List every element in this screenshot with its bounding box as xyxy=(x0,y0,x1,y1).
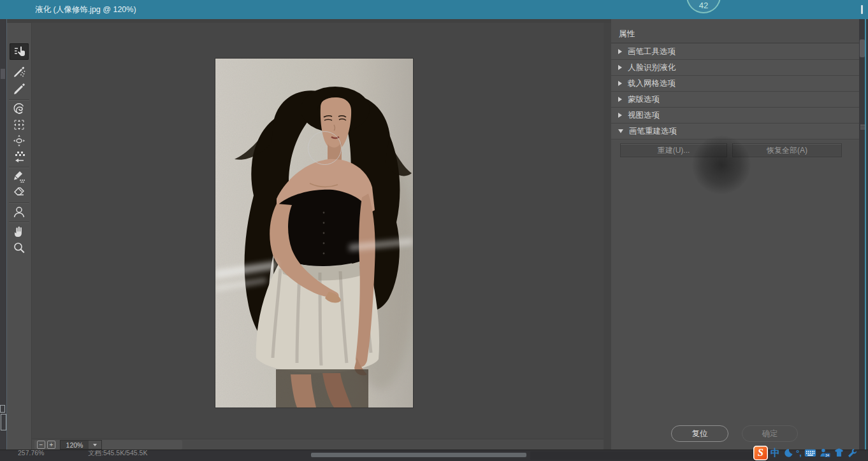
zoom-in-label: + xyxy=(50,441,54,448)
ok-button[interactable]: 确定 xyxy=(742,425,798,442)
thaw-mask-tool[interactable] xyxy=(10,184,29,201)
disclosure-triangle-icon xyxy=(618,97,622,102)
horizontal-scrollbar[interactable] xyxy=(311,453,526,457)
zoom-controls-group: − + 120% xyxy=(34,440,182,450)
section-label: 画笔重建选项 xyxy=(629,126,677,137)
bloat-tool[interactable] xyxy=(10,132,29,149)
reconstruct-icon xyxy=(12,65,26,79)
tool-group-divider xyxy=(9,99,29,100)
zoom-level-select[interactable]: 120% xyxy=(60,440,102,450)
disclosure-triangle-icon xyxy=(618,49,622,54)
smudge-artifact xyxy=(692,136,751,194)
bloat-icon xyxy=(12,134,26,148)
panel-grip xyxy=(860,129,865,129)
zoom-tool[interactable] xyxy=(10,239,29,256)
sogou-logo-letter: S xyxy=(758,447,763,458)
portrait-illustration xyxy=(215,59,413,408)
edge-artifact xyxy=(0,405,5,413)
section-brush-tool-options[interactable]: 画笔工具选项 xyxy=(611,44,860,60)
panel-title: 属性 xyxy=(611,24,860,43)
disclosure-triangle-icon xyxy=(618,65,622,70)
user-level-value: 34 xyxy=(825,453,829,457)
ok-button-label: 确定 xyxy=(762,429,778,439)
brush-cursor xyxy=(308,131,342,165)
forward-warp-tool[interactable] xyxy=(10,43,29,60)
background-status-bar: 257.76% 文档:545.5K/545.5K xyxy=(0,450,868,461)
reset-button-label: 复位 xyxy=(692,429,708,439)
tool-group-divider xyxy=(9,202,29,203)
section-brush-reconstruct-options[interactable]: 画笔重建选项 xyxy=(611,124,860,139)
face-tool[interactable] xyxy=(10,204,29,220)
panel-grip xyxy=(860,127,865,127)
section-mask-options[interactable]: 蒙版选项 xyxy=(611,92,860,108)
section-view-options[interactable]: 视图选项 xyxy=(611,108,860,124)
window-left-edge xyxy=(0,19,6,461)
status-bar-segment xyxy=(530,451,760,460)
liquify-dialog: − + 120% 属性 画笔工具选项 人脸识别液化 载入网格选项 xyxy=(6,19,859,450)
twirl-clockwise-tool[interactable] xyxy=(10,101,29,117)
reconstruct-button-label: 重建(U)... xyxy=(658,145,690,156)
edge-artifact xyxy=(1,414,6,430)
ime-toolbar: S 中 °, 34 xyxy=(753,444,868,461)
section-face-aware-liquify[interactable]: 人脸识别液化 xyxy=(611,60,860,76)
recording-counter-value: 42 xyxy=(699,1,708,10)
window-right-edge xyxy=(859,19,868,461)
section-label: 画笔工具选项 xyxy=(628,46,676,57)
section-load-mesh-options[interactable]: 载入网格选项 xyxy=(611,76,860,92)
zoom-icon xyxy=(12,241,26,255)
fullwidth-moon-icon[interactable] xyxy=(783,448,793,458)
chevron-down-icon xyxy=(89,441,101,449)
scrollbar-thumb[interactable] xyxy=(860,39,865,57)
chinese-mode-icon[interactable]: 中 xyxy=(770,447,780,459)
reconstruct-tool[interactable] xyxy=(10,64,29,80)
dialog-title: 液化 (人像修饰.jpg @ 120%) xyxy=(35,5,136,14)
canvas-zoom-bar: − + 120% xyxy=(32,439,604,450)
pucker-tool[interactable] xyxy=(10,117,29,133)
liquify-tool-column xyxy=(7,23,32,450)
settings-wrench-icon[interactable] xyxy=(847,448,858,458)
panel-title-label: 属性 xyxy=(619,29,635,38)
properties-panel: 属性 画笔工具选项 人脸识别液化 载入网格选项 蒙版选项 视图选项 画笔重建选项… xyxy=(611,19,860,450)
canvas-panel-divider xyxy=(604,23,611,450)
soft-keyboard-icon[interactable] xyxy=(804,448,816,458)
titlebar-artifact xyxy=(861,5,863,14)
zoom-in-button[interactable]: + xyxy=(47,441,55,449)
section-label: 视图选项 xyxy=(628,110,660,121)
zoom-out-button[interactable]: − xyxy=(37,441,45,449)
panel-grip xyxy=(860,125,865,125)
pucker-icon xyxy=(12,118,26,132)
punctuation-icon[interactable]: °, xyxy=(796,448,802,458)
tool-group-divider xyxy=(9,222,29,222)
portrait-image[interactable] xyxy=(215,59,413,408)
restore-all-button-label: 恢复全部(A) xyxy=(767,145,807,156)
thaw-mask-icon xyxy=(12,185,26,199)
hand-tool[interactable] xyxy=(10,223,29,239)
freeze-mask-tool[interactable] xyxy=(10,168,29,185)
zoom-level-value: 120% xyxy=(61,441,89,449)
tool-group-divider xyxy=(9,167,29,167)
disclosure-triangle-icon xyxy=(618,113,622,118)
liquify-canvas[interactable] xyxy=(32,23,604,439)
dialog-title-bar: 液化 (人像修饰.jpg @ 120%) xyxy=(0,0,868,19)
section-label: 人脸识别液化 xyxy=(628,62,676,73)
twirl-icon xyxy=(12,102,26,116)
section-label: 载入网格选项 xyxy=(628,78,676,89)
smooth-icon xyxy=(12,82,26,96)
window-accent-line xyxy=(865,19,866,461)
smooth-tool[interactable] xyxy=(10,80,29,97)
forward-warp-icon xyxy=(12,45,26,59)
sogou-logo-icon[interactable]: S xyxy=(753,446,768,460)
skin-shirt-icon[interactable] xyxy=(834,448,844,458)
section-label: 蒙版选项 xyxy=(628,94,660,105)
edge-artifact xyxy=(1,69,5,79)
push-left-tool[interactable] xyxy=(10,148,29,165)
status-zoom-percent: 257.76% xyxy=(18,450,44,457)
disclosure-triangle-icon xyxy=(618,81,622,86)
push-left-icon xyxy=(12,150,26,164)
zoom-out-label: − xyxy=(40,441,43,448)
status-document-sizes: 文档:545.5K/545.5K xyxy=(88,450,147,458)
disclosure-triangle-icon xyxy=(618,129,623,133)
reset-button[interactable]: 复位 xyxy=(671,425,728,442)
user-level-icon[interactable]: 34 xyxy=(819,447,831,458)
face-icon xyxy=(12,205,26,219)
